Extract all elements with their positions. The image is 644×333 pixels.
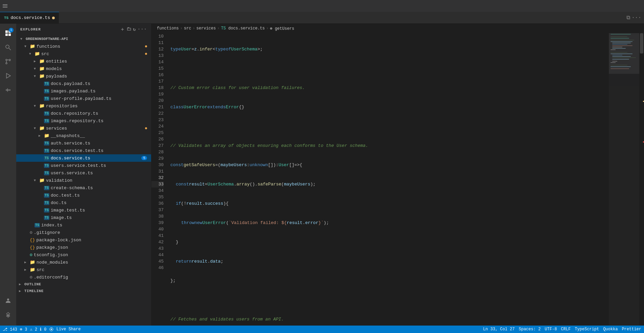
folder-icon-validation: 📁 xyxy=(39,178,45,183)
ts-icon-docs-repo: TS xyxy=(44,111,49,116)
tree-node-modules[interactable]: ▶ 📁 node_modules xyxy=(16,259,151,266)
tree-users-service-test[interactable]: ▶ TS users.service.test.ts xyxy=(16,162,151,169)
arrow-src2: ▶ xyxy=(24,268,30,272)
label-images-payload: images.payload.ts xyxy=(51,89,96,94)
status-position[interactable]: Ln 33, Col 27 xyxy=(483,327,515,332)
timeline-label: TIMELINE xyxy=(24,289,44,293)
tree-src2[interactable]: ▶ 📁 src xyxy=(16,266,151,273)
label-users-service-test: users.service.test.ts xyxy=(51,163,106,168)
tree-root[interactable]: ▼ GREENONSOFTWARE-API xyxy=(16,35,151,43)
label-tsconfig: tsconfig.json xyxy=(34,252,68,258)
tree-package-lock[interactable]: ▶ {} package-lock.json xyxy=(16,236,151,244)
tab-docs-service[interactable]: TS docs.service.ts xyxy=(0,12,59,23)
breadcrumb-file[interactable]: TS docs.service.ts xyxy=(221,26,265,31)
label-images-repo: images.repository.ts xyxy=(51,118,103,124)
tree-doc-test[interactable]: ▶ TS doc.test.ts xyxy=(16,192,151,199)
svg-marker-9 xyxy=(6,73,10,78)
code-line-13: class UserError extends Error {} xyxy=(170,104,609,110)
tree-snapshots[interactable]: ▶ 📁 __snapshots__ xyxy=(16,132,151,139)
activity-extensions[interactable] xyxy=(1,83,15,97)
refresh-icon[interactable]: ↻ xyxy=(133,26,136,32)
status-quokka[interactable]: Quokka xyxy=(603,327,618,332)
label-docs-service: docs.service.ts xyxy=(51,156,90,161)
label-docs-service-test: docs.service.test.ts xyxy=(51,148,103,153)
outline-label: OUTLINE xyxy=(24,282,41,286)
new-folder-icon[interactable]: 🗀 xyxy=(126,26,132,32)
tree-functions[interactable]: ▼ 📁 functions xyxy=(16,43,151,50)
tree-repositories[interactable]: ▼ 📁 repositories xyxy=(16,102,151,110)
tree-gitignore[interactable]: ▶ ⚙ .gitignore xyxy=(16,229,151,236)
scrollbar-track[interactable] xyxy=(639,33,644,326)
tree-entities[interactable]: ▶ 📁 entities xyxy=(16,58,151,65)
more-actions-icon[interactable]: ··· xyxy=(631,15,641,21)
tree-src[interactable]: ▼ 📁 src xyxy=(16,50,151,58)
breadcrumb-services[interactable]: services xyxy=(196,26,216,31)
ts-icon-images-repo: TS xyxy=(44,119,49,123)
arrow-src: ▼ xyxy=(29,52,34,56)
activity-accounts[interactable] xyxy=(1,294,15,307)
code-editor[interactable]: type User = z.infer<typeof UserSchema>; … xyxy=(168,33,609,326)
hamburger-menu[interactable] xyxy=(3,3,8,9)
tree-images-payload[interactable]: ▶ TS images.payload.ts xyxy=(16,87,151,95)
status-line-ending[interactable]: CRLF xyxy=(561,327,571,332)
tree-docs-repository[interactable]: ▶ TS docs.repository.ts xyxy=(16,110,151,117)
status-info[interactable]: ℹ 0 xyxy=(40,327,46,332)
status-warnings[interactable]: ⚠ 2 xyxy=(30,327,37,332)
collapse-icon[interactable]: ··· xyxy=(138,26,147,32)
tree-editorconfig[interactable]: ▶ ⚙ .editorconfig xyxy=(16,273,151,281)
activity-source-control[interactable] xyxy=(1,55,15,68)
minimap-slider[interactable] xyxy=(609,33,639,74)
tree-payloads[interactable]: ▼ 📁 payloads xyxy=(16,72,151,80)
tree-docs-payload[interactable]: ▶ TS docs.payload.ts xyxy=(16,80,151,87)
tree-create-schema[interactable]: ▶ TS create-schema.ts xyxy=(16,184,151,192)
tree-docs-service[interactable]: ▶ TS docs.service.ts 5 xyxy=(16,154,151,162)
status-prettier[interactable]: Prettier xyxy=(622,327,641,332)
status-live-share[interactable]: Live Share xyxy=(49,327,81,332)
dot-functions xyxy=(145,45,147,47)
tree-validation[interactable]: ▼ 📁 validation xyxy=(16,177,151,184)
tree-images-repository[interactable]: ▶ TS images.repository.ts xyxy=(16,117,151,125)
activity-debug[interactable] xyxy=(1,69,15,83)
breadcrumb-functions[interactable]: functions xyxy=(157,26,179,31)
tree-user-profile-payload[interactable]: ▶ TS user-profile.payload.ts xyxy=(16,95,151,102)
breadcrumb-src[interactable]: src xyxy=(184,26,191,31)
tree-index[interactable]: ▶ TS index.ts xyxy=(16,221,151,229)
activity-settings[interactable] xyxy=(1,309,15,322)
label-entities: entities xyxy=(46,59,67,64)
activity-explorer[interactable]: 1 xyxy=(1,26,15,40)
status-branch[interactable]: ⎇ 143 xyxy=(3,327,17,332)
code-container: 1011121314 1516171819 2021222324 2526272… xyxy=(151,33,644,326)
scrollbar-thumb[interactable] xyxy=(640,33,643,53)
split-editor-icon[interactable]: ⧉ xyxy=(626,15,630,21)
ts-icon-images-payload: TS xyxy=(44,89,49,93)
tsconfig-icon: ⚙ xyxy=(30,252,32,258)
label-users-service: users.service.ts xyxy=(51,171,93,176)
status-language[interactable]: TypeScript xyxy=(575,327,599,332)
editorconfig-icon: ⚙ xyxy=(30,274,32,280)
new-file-icon[interactable]: ＋ xyxy=(120,26,125,32)
label-services: services xyxy=(46,126,67,131)
tree-image[interactable]: ▶ TS image.ts xyxy=(16,214,151,221)
tree-tsconfig[interactable]: ▶ ⚙ tsconfig.json xyxy=(16,251,151,259)
outline-section[interactable]: ▶ OUTLINE xyxy=(16,281,151,288)
timeline-section[interactable]: ▶ TIMELINE xyxy=(16,288,151,294)
tree-auth-service[interactable]: ▶ TS auth.service.ts xyxy=(16,139,151,147)
status-encoding[interactable]: UTF-8 xyxy=(545,327,557,332)
activity-search[interactable] xyxy=(1,41,15,54)
code-line-11 xyxy=(170,65,609,72)
code-line-21: return result.data; xyxy=(170,258,609,265)
tree-services[interactable]: ▼ 📁 services xyxy=(16,125,151,132)
tree-doc[interactable]: ▶ TS doc.ts xyxy=(16,199,151,206)
tree-image-test[interactable]: ▶ TS image.test.ts xyxy=(16,206,151,214)
breadcrumb-symbol[interactable]: ⊕ getUsers xyxy=(270,26,294,31)
tab-actions: ⧉ ··· xyxy=(624,15,644,21)
status-spaces[interactable]: Spaces: 2 xyxy=(519,327,541,332)
tree-users-service[interactable]: ▶ TS users.service.ts xyxy=(16,169,151,177)
arrow-payloads: ▼ xyxy=(34,74,39,78)
tree-models[interactable]: ▼ 📁 models xyxy=(16,65,151,72)
dot-services xyxy=(145,127,147,129)
status-errors[interactable]: ⊗ 3 xyxy=(20,327,27,332)
title-bar xyxy=(0,0,644,12)
tree-docs-service-test[interactable]: ▶ TS docs.service.test.ts xyxy=(16,147,151,154)
tree-package-json[interactable]: ▶ {} package.json xyxy=(16,244,151,251)
